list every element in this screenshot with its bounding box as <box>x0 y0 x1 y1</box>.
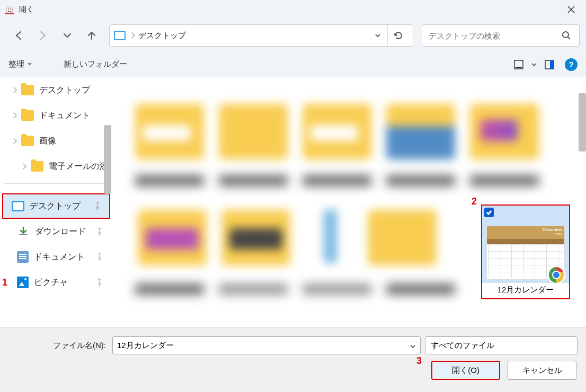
crumb-dropdown[interactable] <box>372 25 383 46</box>
search-button[interactable] <box>560 29 573 42</box>
svg-point-11 <box>553 272 560 278</box>
file-name: 12月カレンダー <box>482 283 569 298</box>
chevron-right-icon <box>20 163 26 169</box>
sidebar-divider <box>4 183 105 184</box>
view-layout-button[interactable] <box>510 57 528 73</box>
svg-point-2 <box>10 8 11 10</box>
sidebar-folder-email[interactable]: 電子メールの添付 <box>0 154 111 179</box>
folder-icon <box>31 161 43 172</box>
check-icon <box>486 209 492 216</box>
sidebar-pinned-downloads[interactable]: ダウンロード <box>0 219 111 244</box>
close-icon <box>567 6 575 13</box>
file-item-selected[interactable]: December 2023 12月カレンダー <box>481 204 570 299</box>
desktop-chip-icon <box>114 31 126 40</box>
filter-value: すべてのファイル <box>431 341 572 351</box>
toolbar: 整理 新しいフォルダー ? <box>0 52 586 77</box>
pin-icon <box>95 227 104 236</box>
button-row: 3 開く(O) キャンセル <box>0 354 586 380</box>
organize-menu[interactable]: 整理 <box>8 59 24 69</box>
filename-value: 12月カレンダー <box>117 341 410 351</box>
help-button[interactable]: ? <box>565 58 578 71</box>
sidebar-folder-pictures[interactable]: 画像 <box>0 128 111 154</box>
crumb-separator-icon <box>129 32 135 38</box>
breadcrumb-bar[interactable]: デスクトップ <box>109 24 413 47</box>
title-bar: 開く <box>0 0 586 19</box>
svg-point-0 <box>6 7 13 13</box>
svg-rect-6 <box>516 67 522 68</box>
recent-button[interactable] <box>58 26 76 44</box>
sidebar-label: ドキュメント <box>34 252 85 263</box>
pin-icon <box>95 278 104 287</box>
folder-icon <box>21 136 34 146</box>
sidebar-label: デスクトップ <box>39 85 90 96</box>
sidebar-folder-documents[interactable]: ドキュメント <box>0 103 111 128</box>
main-area: デスクトップ ドキュメント 画像 電子メールの添付 1 デスクトップ ダウンロー… <box>0 77 586 314</box>
download-icon <box>17 225 30 238</box>
sidebar-folder-desktop[interactable]: デスクトップ <box>0 77 111 103</box>
svg-rect-8 <box>550 60 554 69</box>
chevron-right-icon <box>11 112 16 118</box>
bottom-panel: ファイル名(N): 12月カレンダー すべてのファイル 3 開く(O) キャンセ… <box>0 327 586 392</box>
folder-icon <box>21 85 34 95</box>
blurred-label-row <box>135 175 539 186</box>
thumb-year: 2023 <box>555 233 562 236</box>
blurred-label-row <box>135 284 455 295</box>
open-button[interactable]: 開く(O) <box>431 361 500 380</box>
thumb-month: December <box>543 227 562 232</box>
sidebar-label: ピクチャ <box>34 277 68 288</box>
chevron-right-icon <box>11 138 16 144</box>
sidebar-label: 画像 <box>39 136 56 147</box>
folder-icon <box>21 110 34 121</box>
chevron-down-icon[interactable] <box>410 342 416 349</box>
close-button[interactable] <box>561 0 582 19</box>
document-icon <box>17 251 29 263</box>
filename-combo[interactable]: 12月カレンダー <box>112 336 421 354</box>
pin-icon <box>93 202 102 210</box>
app-icon <box>4 4 15 15</box>
up-button[interactable] <box>83 26 101 44</box>
annotation-2: 2 <box>472 196 477 207</box>
filename-label: ファイル名(N): <box>53 341 106 351</box>
svg-rect-3 <box>5 13 14 14</box>
checkbox-checked[interactable] <box>484 208 494 217</box>
content-scrollbar[interactable] <box>579 93 586 252</box>
search-input[interactable] <box>429 31 560 40</box>
sidebar-label: 電子メールの添付 <box>49 161 111 172</box>
scrollbar-thumb[interactable] <box>579 93 586 152</box>
pin-icon <box>95 253 104 261</box>
desktop-icon <box>12 201 24 211</box>
preview-pane-button[interactable] <box>540 57 558 73</box>
chrome-icon <box>547 265 566 284</box>
crumb-current[interactable]: デスクトップ <box>138 31 368 41</box>
sidebar-label: ドキュメント <box>39 110 90 121</box>
nav-row: デスクトップ <box>0 19 586 52</box>
sidebar: デスクトップ ドキュメント 画像 電子メールの添付 1 デスクトップ ダウンロー… <box>0 77 111 314</box>
sidebar-pinned-desktop[interactable]: デスクトップ <box>2 193 110 219</box>
organize-dropdown-icon[interactable] <box>28 63 32 66</box>
blurred-folder-row <box>135 104 539 159</box>
scrollbar-thumb[interactable] <box>104 125 111 194</box>
window-title: 開く <box>19 5 561 14</box>
svg-point-1 <box>8 8 9 10</box>
sidebar-label: デスクトップ <box>30 201 81 212</box>
new-folder-button[interactable]: 新しいフォルダー <box>64 59 127 69</box>
back-button[interactable] <box>10 26 28 44</box>
sidebar-pinned-documents[interactable]: ドキュメント <box>0 244 111 270</box>
sidebar-pinned-pictures[interactable]: ピクチャ <box>0 270 111 295</box>
cancel-button[interactable]: キャンセル <box>508 361 576 380</box>
svg-point-4 <box>563 32 569 38</box>
forward-button[interactable] <box>34 26 52 44</box>
search-icon <box>562 31 571 40</box>
filename-row: ファイル名(N): 12月カレンダー すべてのファイル <box>0 328 586 354</box>
file-type-filter[interactable]: すべてのファイル <box>425 336 578 354</box>
picture-icon <box>17 277 29 288</box>
sidebar-label: ダウンロード <box>35 226 86 237</box>
annotation-3: 3 <box>416 355 422 367</box>
refresh-button[interactable] <box>387 25 409 46</box>
file-grid[interactable]: 2 December 2023 12月カレンダー <box>111 77 586 314</box>
search-box[interactable] <box>422 24 580 47</box>
sidebar-scrollbar[interactable] <box>104 125 111 252</box>
blurred-folder-row <box>138 210 437 265</box>
view-layout-dropdown[interactable] <box>531 57 537 73</box>
chevron-right-icon <box>11 87 16 93</box>
